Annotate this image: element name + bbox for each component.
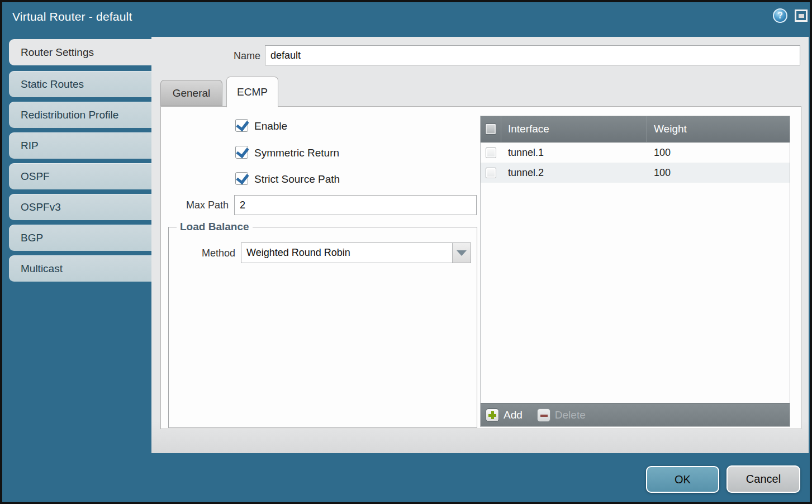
table-header: Interface Weight: [481, 116, 790, 142]
sidebar-item-multicast[interactable]: Multicast: [9, 255, 151, 282]
max-path-input[interactable]: [234, 195, 477, 215]
enable-label: Enable: [254, 120, 287, 132]
chevron-down-icon[interactable]: [452, 243, 471, 263]
sidebar-item-bgp[interactable]: BGP: [9, 225, 151, 251]
restore-window-icon[interactable]: [795, 9, 808, 22]
sidebar-item-router-settings[interactable]: Router Settings: [9, 39, 151, 65]
symmetric-return-label: Symmetric Return: [254, 147, 339, 159]
sidebar-item-redistribution-profile[interactable]: Redistribution Profile: [9, 102, 151, 128]
row-checkbox[interactable]: [486, 168, 496, 178]
name-input[interactable]: [265, 45, 800, 65]
table-row[interactable]: tunnel.1 100: [481, 142, 790, 163]
table-toolbar: Add Delete: [481, 403, 790, 426]
select-all-checkbox[interactable]: [485, 123, 496, 135]
column-header-interface[interactable]: Interface: [501, 116, 647, 142]
sidebar-item-ospfv3[interactable]: OSPFv3: [9, 194, 151, 220]
symmetric-return-checkbox[interactable]: [235, 146, 248, 159]
method-label: Method: [181, 248, 235, 259]
delete-button[interactable]: Delete: [537, 408, 586, 422]
ecmp-interface-table: Interface Weight tunnel.1 100 tunnel.2 1…: [480, 116, 790, 427]
name-label: Name: [192, 50, 260, 62]
tab-ecmp[interactable]: ECMP: [226, 77, 278, 107]
ok-button[interactable]: OK: [646, 466, 719, 493]
dialog-title: Virtual Router - default: [12, 10, 132, 23]
max-path-label: Max Path: [164, 199, 229, 211]
column-header-weight[interactable]: Weight: [647, 116, 790, 142]
strict-source-path-checkbox[interactable]: [235, 172, 248, 185]
enable-checkbox[interactable]: [235, 119, 248, 132]
cell-interface: tunnel.1: [501, 142, 647, 163]
cell-weight: 100: [647, 163, 790, 183]
table-empty-area: [481, 183, 790, 403]
cell-weight: 100: [647, 142, 790, 163]
help-icon[interactable]: ?: [773, 8, 787, 23]
cell-interface: tunnel.2: [501, 163, 647, 183]
plus-icon: [486, 408, 499, 422]
method-select-value: Weighted Round Robin: [241, 247, 452, 259]
row-checkbox[interactable]: [486, 148, 496, 158]
sidebar-item-ospf[interactable]: OSPF: [9, 163, 151, 189]
strict-source-path-label: Strict Source Path: [254, 173, 340, 186]
table-row[interactable]: tunnel.2 100: [481, 163, 790, 183]
select-all-cell: [481, 116, 501, 142]
tab-general[interactable]: General: [160, 80, 222, 106]
minus-icon: [537, 408, 550, 422]
virtual-router-dialog: Virtual Router - default ? Router Settin…: [0, 0, 812, 504]
method-select[interactable]: Weighted Round Robin: [241, 243, 471, 263]
sidebar-item-rip[interactable]: RIP: [9, 132, 151, 159]
cancel-button[interactable]: Cancel: [726, 465, 800, 493]
load-balance-legend: Load Balance: [177, 221, 253, 233]
add-button[interactable]: Add: [486, 408, 523, 422]
sidebar-item-static-routes[interactable]: Static Routes: [9, 71, 151, 97]
